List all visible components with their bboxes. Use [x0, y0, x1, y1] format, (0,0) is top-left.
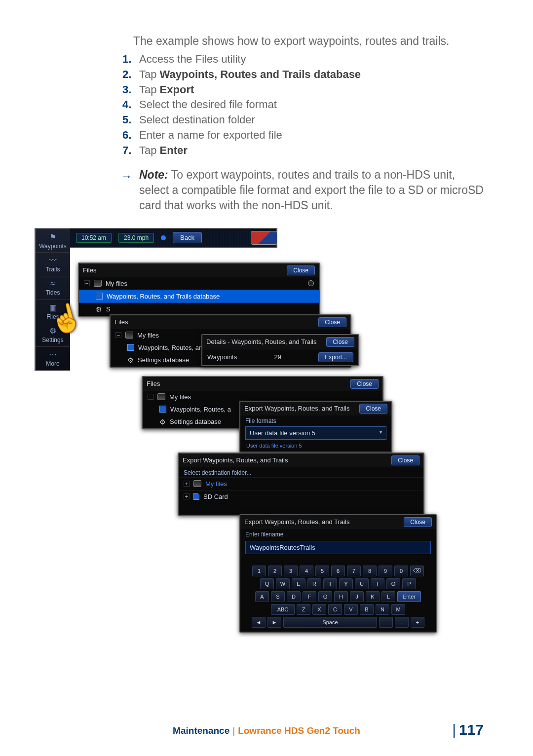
key-w[interactable]: W [276, 578, 290, 589]
key-4[interactable]: 4 [300, 566, 313, 576]
key-b[interactable]: B [360, 604, 374, 615]
step-7: Tap Enter [123, 143, 484, 158]
key-h[interactable]: H [334, 591, 348, 602]
key-7[interactable]: 7 [347, 566, 361, 576]
speed: 23.0 mph [118, 233, 154, 243]
tree-wpdb[interactable]: Waypoints, Routes, and Trails database [79, 290, 319, 303]
close-button[interactable]: Close [404, 517, 432, 527]
waypoints-count: 29 [274, 353, 281, 361]
file-format-hint: User data file version 5 [240, 443, 391, 452]
key-2[interactable]: 2 [268, 566, 282, 576]
key-x[interactable]: X [312, 604, 326, 615]
key-j[interactable]: J [350, 591, 364, 602]
intro-text: The example shows how to export waypoint… [133, 35, 484, 48]
file-format-select[interactable]: User data file version 5 ▾ [245, 426, 386, 440]
key-i[interactable]: I [371, 578, 384, 589]
details-panel: Details - Waypoints, Routes, and Trails … [201, 334, 359, 366]
collapse-icon[interactable]: − [84, 280, 90, 286]
key-+[interactable]: + [411, 617, 424, 628]
sidebar-item-more[interactable]: ⋯More [36, 346, 70, 370]
key-3[interactable]: 3 [284, 566, 298, 576]
export-button[interactable]: Export... [318, 352, 353, 362]
key-q[interactable]: Q [260, 578, 274, 589]
chevron-down-icon: ▾ [380, 429, 382, 437]
key-e[interactable]: E [292, 578, 305, 589]
key-.[interactable]: . [395, 617, 409, 628]
step-4: Select the desired file format [123, 97, 484, 113]
key-y[interactable]: Y [339, 578, 353, 589]
export-format-panel: Export Waypoints, Routes, and Trails Clo… [239, 401, 392, 453]
expand-icon[interactable]: + [184, 481, 190, 487]
note-label: Note: [139, 168, 168, 181]
key-n[interactable]: N [376, 604, 389, 615]
key-6[interactable]: 6 [331, 566, 345, 576]
close-button[interactable]: Close [359, 404, 387, 414]
panel-title: Files [83, 266, 96, 274]
key-r[interactable]: R [307, 578, 321, 589]
filename-input[interactable]: WaypointsRoutesTrails [245, 541, 431, 554]
note: → Note: To export waypoints, routes and … [123, 167, 484, 213]
database-icon [159, 406, 166, 413]
collapse-icon[interactable]: − [115, 332, 121, 338]
key-►[interactable]: ► [267, 617, 281, 628]
key-5[interactable]: 5 [315, 566, 329, 576]
sdcard-icon [193, 493, 199, 500]
key-m[interactable]: M [391, 604, 405, 615]
key-g[interactable]: G [318, 591, 332, 602]
key-a[interactable]: A [255, 591, 269, 602]
tree-myfiles[interactable]: − My files [79, 277, 319, 290]
key-c[interactable]: C [328, 604, 342, 615]
close-button[interactable]: Close [391, 455, 419, 465]
key--[interactable]: - [379, 617, 393, 628]
key-d[interactable]: D [287, 591, 301, 602]
key-1[interactable]: 1 [252, 566, 266, 576]
step-6: Enter a name for exported file [123, 128, 484, 143]
collapse-icon[interactable]: − [148, 394, 153, 400]
back-button[interactable]: Back [173, 232, 202, 243]
key-◄[interactable]: ◄ [252, 617, 266, 628]
dest-myfiles[interactable]: + My files [179, 477, 423, 490]
key-enter[interactable]: Enter [397, 591, 421, 602]
key-0[interactable]: 0 [394, 566, 408, 576]
close-button[interactable]: Close [350, 379, 379, 389]
key-o[interactable]: O [386, 578, 400, 589]
panel-title: Export Waypoints, Routes, and Trails [244, 405, 349, 412]
drive-icon [193, 480, 201, 487]
export-filename-panel: Export Waypoints, Routes, and Trails Clo… [239, 514, 437, 633]
step-3: Tap Export [123, 82, 484, 98]
dest-sdcard[interactable]: + SD Card [179, 490, 423, 503]
footer-product: Lowrance HDS Gen2 Touch [238, 725, 360, 736]
key-l[interactable]: L [381, 591, 395, 602]
key-p[interactable]: P [402, 578, 416, 589]
tree-settingsdb[interactable]: ⚙ S [79, 303, 319, 316]
file-formats-label: File formats [240, 416, 391, 425]
app-sidebar: ⚑Waypoints 〰Trails ≈Tides ▥Files ⚙Settin… [35, 228, 70, 371]
footer-section: Maintenance [173, 725, 229, 736]
radio-icon[interactable] [308, 280, 314, 286]
expand-icon[interactable]: + [184, 493, 190, 499]
sidebar-item-tides[interactable]: ≈Tides [36, 276, 70, 300]
key-⌫[interactable]: ⌫ [410, 566, 424, 576]
key-space[interactable]: Space [283, 617, 377, 628]
page-number: |117 [452, 721, 484, 738]
step-2: Tap Waypoints, Routes and Trails databas… [123, 67, 484, 82]
panel-title: Files [114, 318, 128, 326]
key-abc[interactable]: ABC [271, 604, 295, 615]
close-button[interactable]: Close [287, 265, 315, 275]
key-k[interactable]: K [366, 591, 380, 602]
sidebar-item-trails[interactable]: 〰Trails [36, 252, 70, 276]
drive-icon [94, 280, 102, 287]
key-8[interactable]: 8 [363, 566, 377, 576]
drive-icon [157, 393, 165, 400]
key-t[interactable]: T [323, 578, 337, 589]
key-9[interactable]: 9 [379, 566, 392, 576]
key-s[interactable]: S [271, 591, 285, 602]
close-button[interactable]: Close [318, 317, 346, 327]
close-button[interactable]: Close [326, 337, 354, 347]
more-icon: ⋯ [49, 350, 57, 359]
key-z[interactable]: Z [297, 604, 310, 615]
sidebar-item-waypoints[interactable]: ⚑Waypoints [36, 229, 70, 253]
key-f[interactable]: F [303, 591, 316, 602]
key-v[interactable]: V [344, 604, 358, 615]
key-u[interactable]: U [355, 578, 369, 589]
